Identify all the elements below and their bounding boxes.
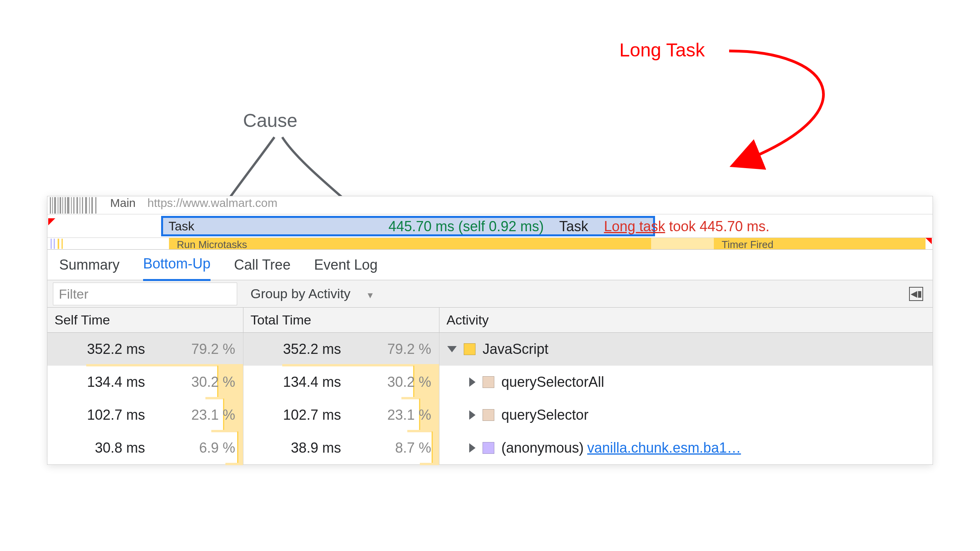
annotation-cause: Cause: [243, 110, 298, 131]
category-swatch: [464, 343, 475, 355]
pct-value: 30.2 %: [387, 374, 431, 390]
category-swatch: [483, 376, 494, 388]
self-cell: 352.2 ms79.2 %: [47, 333, 243, 366]
tab-bottom-up[interactable]: Bottom-Up: [143, 248, 211, 281]
category-swatch: [483, 409, 494, 421]
red-tick-right: [925, 238, 932, 244]
ms-value: 102.7 ms: [283, 407, 341, 423]
chevron-down-icon: ▼: [366, 290, 375, 300]
source-link[interactable]: vanilla.chunk.esm.ba1…: [587, 440, 741, 456]
ms-value: 30.8 ms: [95, 440, 145, 456]
track-url-1: https://www.walm: [147, 196, 238, 210]
minimap-barcode: [49, 197, 100, 214]
data-rows: 352.2 ms79.2 %352.2 ms79.2 %JavaScript13…: [47, 333, 933, 464]
tab-summary[interactable]: Summary: [59, 250, 120, 280]
pct-value: 8.7 %: [395, 440, 431, 456]
col-self-time[interactable]: Self Time: [47, 308, 243, 332]
category-swatch: [483, 442, 494, 454]
activity-cell: querySelector: [439, 399, 933, 431]
activity-name: querySelectorAll: [501, 374, 604, 390]
pct-value: 23.1 %: [387, 407, 431, 423]
subtask-timer: Timer Fired: [722, 239, 773, 250]
pct-value: 6.9 %: [199, 440, 235, 456]
ms-value: 38.9 ms: [291, 440, 341, 456]
column-headers: Self Time Total Time Activity: [47, 308, 933, 333]
chevron-right-icon[interactable]: [469, 410, 475, 420]
arrow-long-task: [721, 39, 917, 172]
red-tick-left: [48, 218, 55, 225]
pct-value: 79.2 %: [387, 341, 431, 357]
chevron-down-icon[interactable]: [447, 346, 457, 352]
tabs-bar: Summary Bottom-Up Call Tree Event Log: [47, 250, 933, 280]
ms-value: 134.4 ms: [87, 374, 145, 390]
activity-cell: (anonymous) vanilla.chunk.esm.ba1…: [439, 431, 933, 464]
annotation-long-task: Long Task: [619, 39, 705, 61]
task-row: Task 445.70 ms (self 0.92 ms) Task Long …: [47, 214, 933, 238]
pct-value: 23.1 %: [191, 407, 235, 423]
ms-value: 352.2 ms: [283, 341, 341, 357]
track-url-2: art.com: [238, 196, 278, 210]
task-type: Task: [559, 218, 588, 234]
activity-cell: JavaScript: [439, 333, 933, 366]
table-row[interactable]: 102.7 ms23.1 %102.7 ms23.1 %querySelecto…: [47, 399, 933, 431]
task-warning-rest: took 445.70 ms.: [665, 218, 769, 234]
group-by-dropdown[interactable]: Group by Activity ▼: [250, 286, 374, 301]
pct-value: 79.2 %: [191, 341, 235, 357]
heaviest-stack-icon[interactable]: ◀▮: [909, 287, 923, 301]
col-total-time[interactable]: Total Time: [243, 308, 439, 332]
task-time: 445.70 ms (self 0.92 ms): [388, 218, 544, 234]
minimap-barcode-2: [49, 239, 100, 249]
table-row[interactable]: 352.2 ms79.2 %352.2 ms79.2 %JavaScript: [47, 333, 933, 366]
group-by-label: Group by Activity: [250, 286, 350, 301]
total-cell: 134.4 ms30.2 %: [243, 366, 439, 399]
total-cell: 102.7 ms23.1 %: [243, 399, 439, 431]
table-row[interactable]: 134.4 ms30.2 %134.4 ms30.2 %querySelecto…: [47, 366, 933, 399]
filter-input[interactable]: Filter: [53, 283, 237, 305]
filter-bar: Filter Group by Activity ▼ ◀▮: [47, 280, 933, 308]
ms-value: 102.7 ms: [87, 407, 145, 423]
activity-name: (anonymous): [501, 440, 584, 456]
track-header-main: Main https://www.walmart.com: [47, 196, 933, 214]
subtask-row: Run Microtasks Timer Fired: [47, 238, 933, 250]
tab-call-tree[interactable]: Call Tree: [234, 250, 290, 280]
track-main-label: Main: [110, 196, 136, 210]
ms-value: 352.2 ms: [87, 341, 145, 357]
subtask-microtasks: Run Microtasks: [177, 239, 247, 250]
chevron-right-icon[interactable]: [469, 377, 475, 387]
self-cell: 30.8 ms6.9 %: [47, 431, 243, 464]
total-cell: 352.2 ms79.2 %: [243, 333, 439, 366]
table-row[interactable]: 30.8 ms6.9 %38.9 ms8.7 %(anonymous) vani…: [47, 431, 933, 464]
pct-value: 30.2 %: [191, 374, 235, 390]
col-activity[interactable]: Activity: [439, 308, 933, 332]
activity-name: JavaScript: [483, 341, 548, 357]
task-tooltip: 445.70 ms (self 0.92 ms) Task Long task …: [388, 218, 769, 235]
self-cell: 102.7 ms23.1 %: [47, 399, 243, 431]
activity-cell: querySelectorAll: [439, 366, 933, 399]
chevron-right-icon[interactable]: [469, 443, 475, 453]
task-warning-label: Long task: [604, 218, 665, 234]
tab-event-log[interactable]: Event Log: [314, 250, 377, 280]
ms-value: 134.4 ms: [283, 374, 341, 390]
self-cell: 134.4 ms30.2 %: [47, 366, 243, 399]
devtools-panel: Main https://www.walmart.com Task 445.70…: [47, 196, 933, 465]
activity-name: querySelector: [501, 407, 588, 423]
total-cell: 38.9 ms8.7 %: [243, 431, 439, 464]
